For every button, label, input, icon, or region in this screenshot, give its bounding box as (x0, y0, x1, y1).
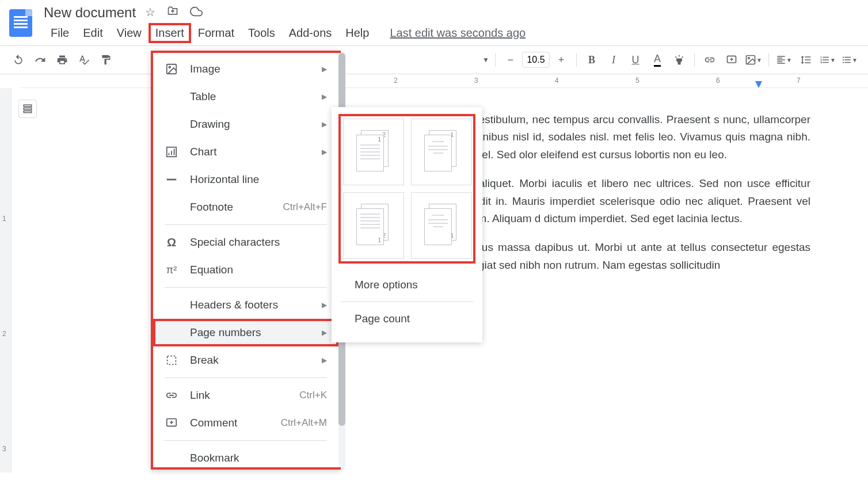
page-number-top-right-skip-first[interactable]: 1 (411, 119, 472, 185)
page-numbers-icon (165, 326, 178, 340)
menu-help[interactable]: Help (338, 23, 376, 43)
submenu-arrow-icon: ▶ (322, 301, 327, 309)
page-numbers-submenu: 2 1 1 2 1 (332, 107, 482, 342)
spellcheck-button[interactable] (75, 51, 93, 69)
svg-rect-5 (24, 111, 32, 113)
menu-option-bookmark[interactable]: Bookmark (153, 444, 338, 465)
submenu-page-count[interactable]: Page count (341, 304, 473, 333)
menu-insert[interactable]: Insert (149, 23, 191, 43)
chart-icon (165, 145, 178, 159)
menu-option-equation[interactable]: π² Equation (153, 256, 338, 284)
svg-rect-10 (167, 356, 176, 365)
text-color-button[interactable]: A (648, 51, 667, 69)
image-icon (165, 62, 178, 76)
submenu-arrow-icon: ▶ (322, 120, 327, 128)
move-icon[interactable] (167, 5, 178, 21)
ruler-indent-marker[interactable] (755, 81, 762, 88)
table-icon (165, 90, 178, 104)
menu-option-page-numbers[interactable]: Page numbers ▶ (153, 319, 338, 346)
outline-toggle-icon[interactable] (18, 100, 37, 118)
font-size-increase[interactable]: + (552, 51, 570, 69)
redo-button[interactable] (31, 51, 50, 69)
page-number-top-right[interactable]: 2 1 (343, 119, 404, 185)
toolbar: ▼ − + B I U A ▼ ▼ ▼ ▼ (0, 45, 868, 74)
numbered-list-button[interactable]: ▼ (818, 51, 837, 69)
cloud-status-icon[interactable] (190, 5, 203, 21)
menu-file[interactable]: File (44, 23, 76, 43)
comment-icon (165, 416, 178, 430)
headers-footers-icon (165, 298, 178, 312)
document-title[interactable]: New document (44, 5, 136, 21)
menu-option-footnote[interactable]: Footnote Ctrl+Alt+F (153, 193, 338, 221)
footnote-icon (165, 200, 178, 214)
horizontal-ruler[interactable]: 2 3 4 5 6 7 (21, 74, 868, 88)
page-number-bottom-right[interactable]: 2 1 (343, 192, 404, 259)
bulleted-list-button[interactable]: ▼ (840, 51, 859, 69)
menu-option-image[interactable]: Image ▶ (153, 55, 338, 83)
align-button[interactable]: ▼ (775, 51, 793, 69)
menu-option-table[interactable]: Table ▶ (153, 83, 338, 110)
equation-icon: π² (165, 263, 178, 277)
svg-point-7 (169, 66, 170, 68)
menu-option-drawing[interactable]: Drawing ▶ (153, 110, 338, 138)
submenu-arrow-icon: ▶ (322, 93, 327, 101)
menu-option-horizontal-line[interactable]: Horizontal line (153, 166, 338, 193)
vertical-ruler[interactable]: 1 2 3 (0, 88, 12, 472)
last-edit-link[interactable]: Last edit was seconds ago (390, 26, 526, 40)
insert-comment-button[interactable] (722, 51, 741, 69)
menu-option-comment[interactable]: Comment Ctrl+Alt+M (153, 409, 338, 437)
svg-point-2 (748, 58, 750, 59)
submenu-arrow-icon: ▶ (322, 356, 327, 364)
highlight-button[interactable] (670, 51, 688, 69)
menu-option-break[interactable]: Break ▶ (153, 346, 338, 374)
link-icon (165, 388, 178, 402)
break-icon (165, 353, 178, 367)
submenu-more-options[interactable]: More options (341, 270, 473, 299)
insert-menu-dropdown: Image ▶ Table ▶ Drawing ▶ Chart ▶ Horizo… (151, 51, 341, 470)
drawing-icon (165, 117, 178, 131)
menu-edit[interactable]: Edit (76, 23, 109, 43)
bookmark-icon (165, 451, 178, 465)
menu-option-link[interactable]: Link Ctrl+K (153, 382, 338, 409)
italic-button[interactable]: I (604, 51, 623, 69)
menu-option-special-characters[interactable]: Ω Special characters (153, 228, 338, 256)
print-button[interactable] (53, 51, 71, 69)
font-size-input[interactable] (522, 52, 550, 68)
paint-format-button[interactable] (97, 51, 115, 69)
insert-link-button[interactable] (701, 51, 719, 69)
insert-image-button[interactable]: ▼ (744, 51, 763, 69)
styles-dropdown[interactable]: ▼ (482, 56, 489, 64)
star-icon[interactable]: ☆ (145, 5, 155, 21)
bold-button[interactable]: B (583, 51, 601, 69)
svg-rect-4 (24, 108, 32, 110)
horizontal-line-icon (165, 173, 178, 186)
menu-addons[interactable]: Add-ons (282, 23, 339, 43)
font-size-decrease[interactable]: − (501, 51, 520, 69)
menu-option-headers-footers[interactable]: Headers & footers ▶ (153, 291, 338, 319)
svg-rect-3 (24, 105, 32, 106)
docs-logo[interactable] (9, 9, 32, 37)
menu-tools[interactable]: Tools (241, 23, 282, 43)
omega-icon: Ω (165, 235, 178, 249)
menu-view[interactable]: View (110, 23, 149, 43)
undo-button[interactable] (9, 51, 28, 69)
menu-option-chart[interactable]: Chart ▶ (153, 138, 338, 166)
submenu-arrow-icon: ▶ (322, 329, 327, 337)
underline-button[interactable]: U (626, 51, 645, 69)
submenu-arrow-icon: ▶ (322, 65, 327, 73)
line-spacing-button[interactable] (797, 51, 815, 69)
menu-format[interactable]: Format (191, 23, 241, 43)
submenu-arrow-icon: ▶ (322, 148, 327, 156)
page-number-bottom-right-skip-first[interactable]: 1 (411, 192, 472, 259)
